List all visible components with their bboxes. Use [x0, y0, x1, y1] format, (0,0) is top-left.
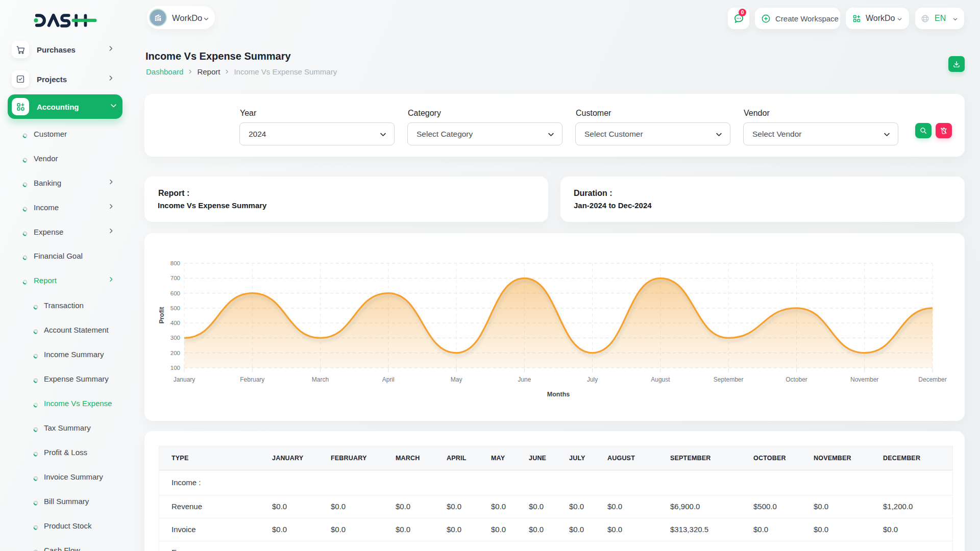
svg-text:February: February: [240, 376, 264, 383]
svg-text:September: September: [714, 376, 744, 383]
svg-text:December: December: [918, 376, 946, 383]
svg-text:January: January: [174, 376, 195, 383]
svg-text:800: 800: [170, 260, 180, 266]
svg-text:May: May: [451, 376, 462, 383]
svg-text:July: July: [587, 376, 598, 383]
svg-text:600: 600: [170, 290, 180, 296]
svg-text:March: March: [312, 376, 329, 383]
svg-text:200: 200: [170, 350, 180, 356]
svg-text:300: 300: [170, 335, 180, 341]
svg-text:Profit: Profit: [158, 307, 165, 323]
svg-text:August: August: [651, 376, 670, 383]
svg-text:500: 500: [170, 305, 180, 311]
svg-text:June: June: [518, 376, 531, 383]
svg-text:100: 100: [170, 365, 180, 371]
svg-text:October: October: [786, 376, 807, 383]
svg-text:April: April: [382, 376, 395, 383]
svg-text:November: November: [850, 376, 878, 383]
svg-text:Months: Months: [547, 391, 570, 398]
svg-text:700: 700: [170, 275, 180, 281]
svg-text:400: 400: [170, 320, 180, 326]
